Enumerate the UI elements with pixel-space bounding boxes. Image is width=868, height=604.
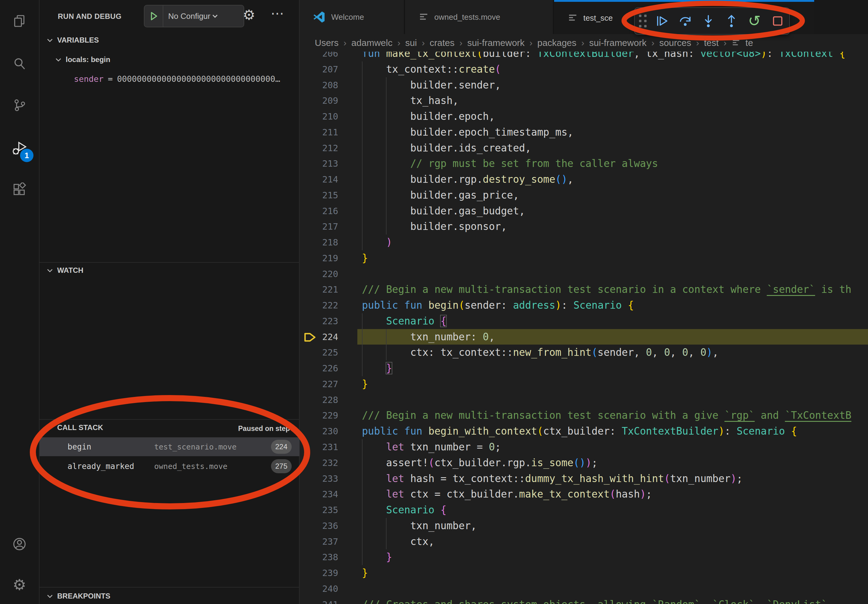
section-header-call-stack[interactable]: CALL STACK — [46, 423, 103, 432]
step-into-button[interactable] — [698, 10, 719, 32]
line-number[interactable]: 220 — [299, 266, 338, 282]
line-number[interactable]: 225 — [299, 345, 338, 360]
code-line[interactable]: 237 ctx, — [299, 534, 868, 550]
line-number[interactable]: 237 — [299, 534, 338, 550]
code-line[interactable]: 232 assert!(ctx_builder.rgp.is_some()); — [299, 455, 868, 471]
code-line[interactable]: 209 tx_hash, — [299, 93, 868, 108]
source-control-icon[interactable] — [12, 98, 26, 112]
line-number[interactable]: 239 — [299, 565, 338, 581]
section-header-variables[interactable]: VARIABLES — [46, 36, 99, 44]
breadcrumb-item[interactable]: te — [746, 38, 753, 48]
code-line[interactable]: 231 let txn_number = 0; — [299, 439, 868, 455]
code-line[interactable]: 207 tx_context::create( — [299, 62, 868, 77]
line-number[interactable]: 212 — [299, 140, 338, 156]
stack-frame-row[interactable]: already_marked owned_tests.move 275 — [40, 457, 299, 475]
code-line[interactable]: 215 builder.gas_price, — [299, 187, 868, 203]
code-line[interactable]: 211 builder.epoch_timestamp_ms, — [299, 124, 868, 140]
line-number[interactable]: 236 — [299, 518, 338, 534]
stop-button[interactable] — [767, 10, 788, 32]
views-more-actions-icon[interactable]: ⋯ — [271, 5, 284, 21]
line-number[interactable]: 215 — [299, 187, 338, 203]
continue-button[interactable] — [651, 10, 673, 32]
variable-row[interactable]: sender = 0000000000000000000000000000000… — [74, 74, 299, 84]
code-line[interactable]: 230public fun begin_with_context(ctx_bui… — [299, 423, 868, 439]
line-number[interactable]: 234 — [299, 486, 338, 502]
line-number[interactable]: 240 — [299, 581, 338, 597]
line-number[interactable]: 224 — [299, 329, 338, 345]
line-number[interactable]: 223 — [299, 313, 338, 329]
line-number[interactable]: 228 — [299, 392, 338, 408]
variables-scope-row[interactable]: locals: begin — [55, 55, 110, 64]
run-configuration-dropdown[interactable]: No Configur — [144, 5, 244, 27]
stack-frame-row[interactable]: begin test_scenario.move 224 — [40, 437, 299, 456]
settings-gear-icon[interactable]: ⚙ — [13, 577, 26, 592]
code-line[interactable]: 217 builder.sponsor, — [299, 219, 868, 234]
code-line[interactable]: 219} — [299, 250, 868, 266]
code-line[interactable]: 225 ctx: tx_context::new_from_hint(sende… — [299, 345, 868, 360]
code-line[interactable]: 220 — [299, 266, 868, 282]
line-number[interactable]: 232 — [299, 455, 338, 471]
line-number[interactable]: 226 — [299, 360, 338, 376]
line-number[interactable]: 235 — [299, 502, 338, 518]
line-number[interactable]: 238 — [299, 549, 338, 565]
debug-settings-gear-icon[interactable]: ⚙ — [243, 8, 255, 22]
line-number[interactable]: 233 — [299, 471, 338, 486]
line-number[interactable]: 241 — [299, 597, 338, 604]
line-number[interactable]: 210 — [299, 108, 338, 124]
code-line[interactable]: 212 builder.ids_created, — [299, 140, 868, 156]
line-number[interactable]: 229 — [299, 407, 338, 423]
code-line[interactable]: 227} — [299, 376, 868, 392]
breadcrumb-item[interactable]: sui — [405, 38, 417, 48]
line-number[interactable]: 207 — [299, 62, 338, 77]
code-line[interactable]: 224 txn_number: 0, — [299, 329, 868, 345]
line-number[interactable]: 221 — [299, 282, 338, 297]
section-header-breakpoints[interactable]: BREAKPOINTS — [46, 592, 110, 600]
breadcrumb-item[interactable]: packages — [538, 38, 576, 48]
code-line[interactable]: 226 } — [299, 360, 868, 376]
line-number[interactable]: 217 — [299, 219, 338, 234]
code-line[interactable]: 210 builder.epoch, — [299, 108, 868, 124]
restart-button[interactable]: ↺ — [744, 10, 765, 32]
start-debug-icon[interactable] — [144, 5, 163, 27]
line-number[interactable]: 214 — [299, 172, 338, 187]
step-out-button[interactable] — [721, 10, 742, 32]
code-line[interactable]: 238 } — [299, 549, 868, 565]
line-number[interactable]: 208 — [299, 77, 338, 93]
breadcrumb-item[interactable]: sui-framework — [467, 38, 524, 48]
breadcrumb-item[interactable]: sources — [659, 38, 691, 48]
breadcrumb-item[interactable]: sui-framework — [589, 38, 646, 48]
code-line[interactable]: 229/// Begin a new multi-transaction tes… — [299, 407, 868, 423]
code-line[interactable]: 235 Scenario { — [299, 502, 868, 518]
explorer-icon[interactable] — [12, 14, 26, 28]
code-line[interactable]: 214 builder.rgp.destroy_some(), — [299, 172, 868, 187]
account-icon[interactable] — [12, 537, 27, 551]
editor-code-area[interactable]: 206fun make_tx_context(builder: TxContex… — [299, 0, 868, 604]
toolbar-drag-gripper[interactable] — [639, 15, 646, 27]
code-line[interactable]: 228 — [299, 392, 868, 408]
code-line[interactable]: 234 let ctx = ctx_builder.make_tx_contex… — [299, 486, 868, 502]
breadcrumb-item[interactable]: Users — [315, 38, 338, 48]
line-number[interactable]: 211 — [299, 124, 338, 140]
line-number[interactable]: 231 — [299, 439, 338, 455]
line-number[interactable]: 209 — [299, 93, 338, 108]
line-number[interactable]: 230 — [299, 423, 338, 439]
search-icon[interactable] — [12, 57, 26, 71]
line-number[interactable]: 216 — [299, 203, 338, 219]
code-line[interactable]: 223 Scenario { — [299, 313, 868, 329]
section-header-watch[interactable]: WATCH — [46, 266, 83, 275]
code-line[interactable]: 233 let hash = tx_context::dummy_tx_hash… — [299, 471, 868, 486]
line-number[interactable]: 222 — [299, 297, 338, 313]
line-number[interactable]: 213 — [299, 156, 338, 172]
code-line[interactable]: 218 ) — [299, 234, 868, 250]
code-line[interactable]: 213 // rgp must be set from the caller a… — [299, 156, 868, 172]
code-line[interactable]: 240 — [299, 581, 868, 597]
extensions-icon[interactable] — [12, 183, 26, 197]
code-line[interactable]: 208 builder.sender, — [299, 77, 868, 93]
code-line[interactable]: 221/// Begin a new multi-transaction tes… — [299, 282, 868, 297]
breadcrumb-item[interactable]: adamwelc — [351, 38, 392, 48]
breadcrumb-item[interactable]: test — [704, 38, 719, 48]
step-over-button[interactable] — [674, 10, 696, 32]
breadcrumb-item[interactable]: crates — [430, 38, 455, 48]
line-number[interactable]: 227 — [299, 376, 338, 392]
line-number[interactable]: 219 — [299, 250, 338, 266]
